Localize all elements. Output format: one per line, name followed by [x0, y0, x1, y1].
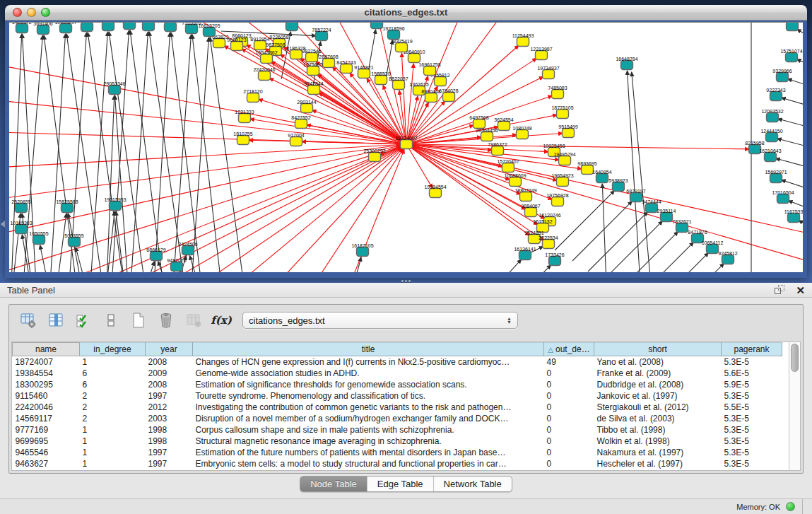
table-row[interactable]: 2242004622012Investigating the contribut…: [13, 402, 782, 413]
graph-node[interactable]: 11150638: [782, 23, 803, 31]
graph-node[interactable]: 2405572: [12, 23, 31, 33]
graph-node[interactable]: 9515499: [558, 124, 577, 138]
graph-node[interactable]: 29053346: [103, 81, 125, 95]
graph-edge[interactable]: [664, 264, 724, 272]
graph-edge[interactable]: [777, 139, 803, 148]
graph-edge[interactable]: [534, 265, 551, 272]
table-row[interactable]: 1938455462009Genome-wide association stu…: [13, 368, 782, 379]
graph-node[interactable]: 19384554: [424, 185, 446, 198]
graph-node[interactable]: 19218596: [382, 26, 404, 40]
graph-edge[interactable]: [154, 33, 170, 272]
graph-edge[interactable]: [782, 180, 803, 191]
table-row[interactable]: 911546021997Tourette syndrome. Phenomeno…: [13, 390, 782, 402]
graph-node[interactable]: 6497568: [469, 115, 488, 129]
show-hide-columns-icon[interactable]: [73, 310, 94, 331]
graph-node[interactable]: 6794028: [439, 88, 458, 102]
table-settings-icon[interactable]: [18, 310, 39, 331]
graph-node[interactable]: 6866129: [146, 247, 165, 261]
graph-node[interactable]: 6466162: [98, 23, 117, 31]
function-builder-icon[interactable]: f(x): [211, 310, 232, 331]
graph-edge[interactable]: [302, 149, 404, 272]
graph-node[interactable]: 16187105: [351, 243, 373, 257]
table-row[interactable]: 977716911998Corpus callosum shape and si…: [13, 424, 782, 436]
graph-node[interactable]: 18807249: [514, 188, 536, 201]
column-header-name[interactable]: name: [13, 343, 80, 356]
graph-edge[interactable]: [88, 33, 124, 272]
column-header-out_degree[interactable]: △out_de…: [544, 343, 594, 356]
graph-edge[interactable]: [401, 53, 406, 144]
table-row[interactable]: 1872400712008Changes of HCN gene express…: [13, 356, 782, 368]
graph-node[interactable]: 5938923: [608, 178, 628, 192]
zoom-button[interactable]: [41, 8, 50, 17]
graph-node[interactable]: 19495794: [553, 152, 575, 165]
graph-node[interactable]: 2718120: [243, 89, 262, 103]
graph-node[interactable]: 2424506: [178, 242, 197, 255]
scrollbar-thumb[interactable]: [791, 344, 799, 372]
graph-edge[interactable]: [788, 78, 803, 88]
table-row[interactable]: 1456911722003Disruption of a novel membe…: [13, 413, 782, 424]
graph-edge[interactable]: [649, 253, 708, 272]
column-header-in_degree[interactable]: in_degree: [80, 343, 146, 356]
graph-edge[interactable]: [603, 221, 662, 272]
graph-edge[interactable]: [158, 262, 166, 272]
graph-edge[interactable]: [341, 149, 404, 272]
delete-column-icon[interactable]: [155, 310, 177, 331]
graph-node[interactable]: 917004: [288, 133, 304, 146]
vertical-scrollbar[interactable]: [789, 342, 800, 470]
graph-edge[interactable]: [778, 119, 803, 129]
graph-node[interactable]: 1588520: [371, 71, 390, 85]
tab-network-table[interactable]: Network Table: [434, 477, 512, 491]
graph-edge[interactable]: [627, 71, 640, 272]
graph-edge[interactable]: [130, 30, 163, 272]
graph-node[interactable]: 19756928: [546, 193, 568, 206]
graph-edge[interactable]: [131, 32, 148, 272]
graph-node[interactable]: 1527602: [77, 23, 96, 32]
graph-edge[interactable]: [797, 29, 803, 40]
graph-node[interactable]: 10688609: [504, 173, 526, 187]
graph-edge[interactable]: [147, 262, 155, 272]
graph-node[interactable]: 1221333: [235, 110, 254, 123]
tab-edge-table[interactable]: Edge Table: [367, 477, 434, 491]
graph-node[interactable]: 5053555: [64, 233, 83, 247]
graph-node[interactable]: 9329966: [772, 69, 792, 82]
graph-node[interactable]: 1810755: [233, 132, 252, 145]
graph-edge[interactable]: [634, 243, 693, 272]
graph-node[interactable]: 1733426: [545, 252, 564, 266]
table-row[interactable]: 969969511998Structural magnetic resonanc…: [13, 436, 782, 447]
column-header-title[interactable]: title: [193, 343, 544, 356]
graph-edge[interactable]: [11, 34, 22, 272]
network-canvas[interactable]: 1872400786601238912954822605898275081654…: [9, 23, 803, 272]
graph-node[interactable]: 16136141: [514, 247, 536, 260]
table-row[interactable]: 1830029562008Estimation of significance …: [13, 379, 782, 390]
tab-node-table[interactable]: Node Table: [300, 477, 367, 491]
graph-node[interactable]: 7857224: [312, 28, 331, 41]
column-header-short[interactable]: short: [594, 343, 722, 356]
graph-node[interactable]: 1167533: [784, 209, 803, 223]
graph-edge[interactable]: [57, 214, 66, 272]
graph-edge[interactable]: [149, 32, 184, 272]
table-row[interactable]: 946362711997Embryonic stem cells: a mode…: [13, 458, 782, 469]
close-panel-icon[interactable]: ✕: [796, 285, 805, 296]
graph-edge[interactable]: [776, 158, 803, 169]
graph-edge[interactable]: [504, 259, 522, 272]
graph-node[interactable]: 16671355: [137, 23, 159, 31]
graph-node[interactable]: 3691406: [33, 23, 52, 35]
graph-node[interactable]: 16543362: [255, 50, 277, 64]
graph-node[interactable]: 22420046: [253, 67, 275, 81]
table-row[interactable]: 946554611997Estimation of the future num…: [13, 447, 782, 458]
graph-node[interactable]: 16648784: [616, 57, 637, 70]
graph-edge[interactable]: [116, 211, 124, 272]
graph-node[interactable]: 11254493: [512, 33, 534, 47]
graph-edge[interactable]: [225, 148, 402, 272]
graph-edge[interactable]: [171, 33, 201, 272]
graph-edge[interactable]: [572, 201, 632, 261]
graph-edge[interactable]: [782, 98, 803, 107]
table-source-dropdown[interactable]: citations_edges.txt ▲▼: [242, 312, 518, 329]
graph-node[interactable]: 15751074: [780, 49, 802, 62]
graph-node[interactable]: 2522534: [539, 235, 558, 249]
graph-edge[interactable]: [9, 144, 401, 168]
graph-node[interactable]: 12213987: [530, 47, 552, 60]
minimize-button[interactable]: [27, 8, 36, 17]
graph-node[interactable]: 19734937: [537, 66, 559, 79]
graph-node[interactable]: 10719155: [118, 23, 140, 30]
